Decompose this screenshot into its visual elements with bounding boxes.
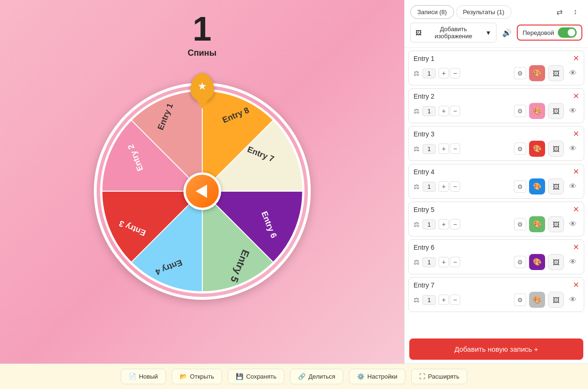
weight-plus-5[interactable]: + (439, 219, 449, 229)
weight-plus-7[interactable]: + (439, 295, 449, 305)
color-btn-2[interactable]: 🎨 (529, 103, 545, 119)
entry-settings-3[interactable]: ⚙ (514, 143, 526, 155)
weight-minus-3[interactable]: − (450, 144, 460, 154)
wheel-panel: 1 Спины ★ (0, 0, 404, 364)
eye-btn-5[interactable]: 👁 (567, 218, 579, 230)
eye-btn-1[interactable]: 👁 (567, 67, 579, 79)
weight-icon-6: ⚖ (414, 258, 420, 266)
spin-counter: 1 Спины (188, 9, 216, 58)
entries-list: Entry 1 ✕ ⚖ 1 + − ⚙ 🎨 🖼 👁 (405, 48, 588, 335)
entry-top-5: Entry 5 ✕ (414, 206, 579, 213)
eye-btn-2[interactable]: 👁 (567, 105, 579, 117)
add-entry-button[interactable]: Добавить новую запись + (409, 338, 583, 360)
entry-bottom-2: ⚖ 1 + − ⚙ 🎨 🖼 👁 (414, 103, 579, 119)
eye-btn-7[interactable]: 👁 (567, 294, 579, 306)
weight-plus-2[interactable]: + (439, 106, 449, 116)
entry-settings-5[interactable]: ⚙ (514, 218, 526, 230)
save-button[interactable]: 💾 Сохранять (228, 369, 284, 384)
entry-settings-7[interactable]: ⚙ (514, 294, 526, 306)
advanced-toggle[interactable] (558, 27, 577, 38)
entry-name-1: Entry 1 (414, 55, 570, 62)
entry-item-5: Entry 5 ✕ ⚖ 1 + − ⚙ 🎨 🖼 👁 (408, 202, 584, 237)
eye-btn-3[interactable]: 👁 (567, 143, 579, 155)
weight-value-2: 1 (422, 106, 436, 116)
entry-top-4: Entry 4 ✕ (414, 168, 579, 176)
pointer-pin: ★ (190, 73, 214, 101)
entry-delete-1[interactable]: ✕ (573, 55, 579, 62)
entry-delete-3[interactable]: ✕ (573, 130, 579, 138)
entry-top-3: Entry 3 ✕ (414, 130, 579, 138)
weight-value-3: 1 (422, 144, 436, 154)
entry-settings-4[interactable]: ⚙ (514, 180, 526, 193)
expand-icon: ⛶ (419, 373, 425, 380)
weight-plus-1[interactable]: + (439, 68, 449, 78)
save-icon: 💾 (236, 373, 243, 380)
weight-icon-1: ⚖ (414, 69, 420, 77)
color-btn-5[interactable]: 🎨 (529, 216, 545, 232)
image-btn-4[interactable]: 🖼 (548, 178, 564, 194)
entry-name-2: Entry 2 (414, 93, 570, 100)
image-btn-3[interactable]: 🖼 (548, 141, 564, 157)
image-btn-7[interactable]: 🖼 (548, 292, 564, 308)
weight-value-6: 1 (422, 257, 436, 267)
weight-minus-4[interactable]: − (450, 181, 460, 192)
image-btn-5[interactable]: 🖼 (548, 216, 564, 232)
entry-settings-1[interactable]: ⚙ (514, 67, 526, 79)
image-btn-1[interactable]: 🖼 (548, 65, 564, 81)
entry-bottom-6: ⚖ 1 + − ⚙ 🎨 🖼 👁 (414, 254, 579, 270)
weight-value-4: 1 (422, 182, 436, 192)
share-button[interactable]: 🔗 Делиться (290, 369, 343, 384)
entry-name-5: Entry 5 (414, 206, 570, 213)
right-panel: Записи (8) Результаты (1) ⇄ ↕ 🖼 Добавить… (404, 0, 588, 364)
expand-button[interactable]: ⛶ Расширять (411, 369, 468, 384)
entry-top-7: Entry 7 ✕ (414, 281, 579, 289)
audio-icon[interactable]: 🔊 (500, 25, 513, 40)
color-btn-6[interactable]: 🎨 (529, 254, 545, 270)
image-btn-2[interactable]: 🖼 (548, 103, 564, 119)
weight-plus-4[interactable]: + (439, 181, 449, 192)
entry-delete-2[interactable]: ✕ (573, 93, 579, 100)
eye-btn-6[interactable]: 👁 (567, 256, 579, 268)
color-btn-4[interactable]: 🎨 (529, 178, 545, 194)
entry-settings-2[interactable]: ⚙ (514, 105, 526, 117)
entry-settings-6[interactable]: ⚙ (514, 256, 526, 268)
color-btn-3[interactable]: 🎨 (529, 141, 545, 157)
weight-value-7: 1 (422, 295, 436, 305)
weight-plus-3[interactable]: + (439, 144, 449, 154)
tabs-row: Записи (8) Результаты (1) ⇄ ↕ (410, 5, 582, 19)
entry-delete-7[interactable]: ✕ (573, 281, 579, 289)
spin-button[interactable] (183, 172, 221, 210)
weight-minus-7[interactable]: − (450, 295, 460, 305)
tab-results[interactable]: Результаты (1) (456, 5, 512, 19)
entry-delete-6[interactable]: ✕ (573, 244, 579, 251)
sort-icon[interactable]: ↕ (568, 5, 582, 19)
shuffle-icon[interactable]: ⇄ (552, 5, 566, 19)
entry-bottom-4: ⚖ 1 + − ⚙ 🎨 🖼 👁 (414, 178, 579, 194)
wheel-pointer: ★ (190, 73, 214, 101)
spin-label: Спины (188, 48, 216, 58)
dropdown-icon: ▼ (485, 29, 491, 36)
toolbar-row: 🖼 Добавить изображение ▼ 🔊 Передовой (410, 23, 582, 42)
weight-minus-1[interactable]: − (450, 68, 460, 78)
entry-name-6: Entry 6 (414, 244, 570, 251)
settings-button[interactable]: ⚙️ Настройки (349, 369, 406, 384)
weight-minus-6[interactable]: − (450, 257, 460, 267)
entry-delete-4[interactable]: ✕ (573, 168, 579, 176)
weight-minus-5[interactable]: − (450, 219, 460, 229)
weight-minus-2[interactable]: − (450, 106, 460, 116)
open-button[interactable]: 📂 Открыть (172, 369, 222, 384)
entry-delete-5[interactable]: ✕ (573, 206, 579, 213)
new-button[interactable]: 📄 Новый (121, 369, 166, 384)
entry-item-4: Entry 4 ✕ ⚖ 1 + − ⚙ 🎨 🖼 👁 (408, 164, 584, 199)
settings-icon: ⚙️ (357, 373, 364, 380)
weight-plus-6[interactable]: + (439, 257, 449, 267)
advanced-toggle-container: Передовой (517, 25, 582, 41)
eye-btn-4[interactable]: 👁 (567, 180, 579, 193)
color-btn-1[interactable]: 🎨 (529, 65, 545, 81)
add-image-button[interactable]: 🖼 Добавить изображение ▼ (410, 23, 497, 42)
wheel-container: ★ (94, 83, 311, 300)
tab-entries[interactable]: Записи (8) (410, 5, 454, 19)
color-btn-7[interactable]: 🎨 (529, 292, 545, 308)
image-btn-6[interactable]: 🖼 (548, 254, 564, 270)
entry-item-1: Entry 1 ✕ ⚖ 1 + − ⚙ 🎨 🖼 👁 (408, 51, 584, 85)
